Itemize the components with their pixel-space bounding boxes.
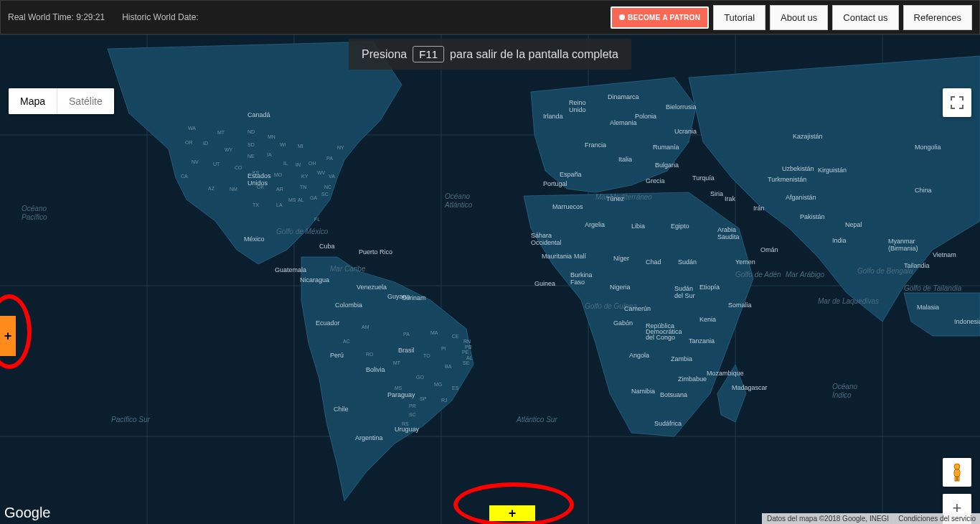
svg-text:KS: KS xyxy=(253,170,260,175)
real-time-label: Real World Time: xyxy=(8,12,74,22)
svg-text:MG: MG xyxy=(434,382,442,387)
svg-text:MS: MS xyxy=(288,197,296,202)
nav-tutorial[interactable]: Tutorial xyxy=(713,5,765,30)
svg-text:CA: CA xyxy=(181,174,188,179)
svg-text:OH: OH xyxy=(308,161,316,166)
svg-text:Zimbabue: Zimbabue xyxy=(678,375,707,383)
svg-text:IL: IL xyxy=(283,161,288,166)
svg-text:MI: MI xyxy=(298,144,303,149)
svg-text:Brasil: Brasil xyxy=(398,347,415,354)
svg-text:AM: AM xyxy=(362,324,369,329)
svg-text:Nicaragua: Nicaragua xyxy=(300,276,329,284)
svg-text:Chile: Chile xyxy=(334,406,349,413)
svg-text:Afganistán: Afganistán xyxy=(786,194,816,201)
svg-text:MN: MN xyxy=(268,134,275,139)
svg-text:RN: RN xyxy=(463,339,471,344)
svg-text:Índico: Índico xyxy=(832,390,852,399)
fullscreen-button[interactable] xyxy=(943,88,971,117)
terms-link[interactable]: Condiciones del servicio xyxy=(893,513,980,524)
svg-text:Atlántico: Atlántico xyxy=(444,201,473,209)
svg-text:NE: NE xyxy=(248,154,255,159)
svg-text:MO: MO xyxy=(274,172,283,177)
svg-text:PB: PB xyxy=(465,345,472,350)
map-type-satellite[interactable]: Satélite xyxy=(57,88,114,114)
svg-text:PE: PE xyxy=(462,350,469,355)
svg-text:Mauritania: Mauritania xyxy=(542,253,572,260)
svg-text:Kazajistán: Kazajistán xyxy=(793,133,823,140)
map-canvas[interactable]: OcéanoPacíficoOcéanoAtlánticoPacífico Su… xyxy=(0,34,980,524)
svg-text:Occidental: Occidental xyxy=(531,239,562,246)
svg-text:Omán: Omán xyxy=(760,246,778,253)
svg-text:Bielorrusia: Bielorrusia xyxy=(666,103,697,111)
map-type-map[interactable]: Mapa xyxy=(9,88,57,114)
svg-text:Irlanda: Irlanda xyxy=(543,113,563,120)
real-time-value: 9:29:21 xyxy=(76,12,105,22)
svg-text:Mar de Laquedivas: Mar de Laquedivas xyxy=(818,297,879,305)
svg-text:Saudita: Saudita xyxy=(717,233,740,240)
svg-text:Sudán: Sudán xyxy=(678,258,697,266)
svg-text:Indonesia: Indonesia xyxy=(954,318,980,325)
svg-text:PI: PI xyxy=(441,346,446,351)
streetview-pegman[interactable] xyxy=(943,458,971,487)
svg-text:SP: SP xyxy=(420,396,427,401)
svg-text:TO: TO xyxy=(423,353,430,358)
svg-text:Uruguay: Uruguay xyxy=(395,426,420,433)
svg-text:PA: PA xyxy=(403,332,410,337)
become-patron-button[interactable]: BECOME A PATRON xyxy=(611,6,709,29)
svg-text:Camerún: Camerún xyxy=(624,305,651,312)
svg-text:Zambia: Zambia xyxy=(671,355,692,362)
hint-pre: Presiona xyxy=(362,48,407,61)
nav-references[interactable]: References xyxy=(903,5,972,30)
svg-text:Puerto Rico: Puerto Rico xyxy=(359,248,392,256)
svg-text:Estados: Estados xyxy=(248,172,271,179)
map-type-control: Mapa Satélite xyxy=(9,88,114,114)
svg-text:Cuba: Cuba xyxy=(319,243,335,250)
svg-text:Argelia: Argelia xyxy=(585,221,605,228)
svg-text:Ucrania: Ucrania xyxy=(674,128,697,135)
svg-text:Golfo de México: Golfo de México xyxy=(276,228,329,235)
nav-about[interactable]: About us xyxy=(770,5,828,30)
svg-text:IN: IN xyxy=(296,162,301,167)
svg-text:Siria: Siria xyxy=(710,190,723,197)
svg-text:OR: OR xyxy=(185,140,193,145)
svg-text:Perú: Perú xyxy=(330,352,344,359)
marker-yellow[interactable]: + xyxy=(489,505,535,521)
svg-text:Egipto: Egipto xyxy=(671,223,689,230)
marker-orange[interactable]: + xyxy=(0,316,16,356)
svg-text:WY: WY xyxy=(225,147,233,152)
svg-text:Faso: Faso xyxy=(570,279,585,286)
top-bar: Real World Time: 9:29:21 Historic World … xyxy=(0,0,980,34)
svg-text:Rumanía: Rumanía xyxy=(653,144,679,151)
svg-text:Tailandia: Tailandia xyxy=(904,262,930,269)
svg-text:SC: SC xyxy=(321,192,329,197)
svg-text:Etiopía: Etiopía xyxy=(699,284,720,291)
hint-key: F11 xyxy=(413,46,444,62)
svg-text:AR: AR xyxy=(276,187,283,192)
landmasses xyxy=(108,42,980,501)
svg-text:Chad: Chad xyxy=(646,258,661,266)
svg-text:Colombia: Colombia xyxy=(335,301,362,309)
svg-text:Pacífico Sur: Pacífico Sur xyxy=(111,416,151,424)
svg-text:Tanzania: Tanzania xyxy=(689,337,715,345)
svg-text:Guatemala: Guatemala xyxy=(275,266,306,273)
svg-text:del Congo: del Congo xyxy=(646,334,675,341)
svg-text:AZ: AZ xyxy=(208,186,215,191)
svg-text:China: China xyxy=(915,187,932,194)
svg-text:Polonia: Polonia xyxy=(635,113,656,120)
svg-text:Botsuana: Botsuana xyxy=(660,391,687,398)
svg-text:Océano: Océano xyxy=(22,205,47,212)
svg-text:México: México xyxy=(244,235,265,243)
svg-text:ES: ES xyxy=(452,385,459,390)
fullscreen-exit-hint: Presiona F11 para salir de la pantalla c… xyxy=(349,39,631,70)
svg-text:Madagascar: Madagascar xyxy=(732,384,768,391)
svg-text:ID: ID xyxy=(203,141,208,146)
svg-text:GO: GO xyxy=(416,375,424,380)
svg-text:MS: MS xyxy=(395,385,402,390)
svg-text:España: España xyxy=(560,171,582,178)
svg-text:Bolivia: Bolivia xyxy=(366,366,385,373)
svg-text:NC: NC xyxy=(324,184,331,190)
svg-text:Surinam: Surinam xyxy=(402,294,426,301)
nav-contact[interactable]: Contact us xyxy=(832,5,898,30)
svg-text:KY: KY xyxy=(301,174,308,179)
map-data-attribution: Datos del mapa ©2018 Google, INEGI xyxy=(762,513,893,524)
